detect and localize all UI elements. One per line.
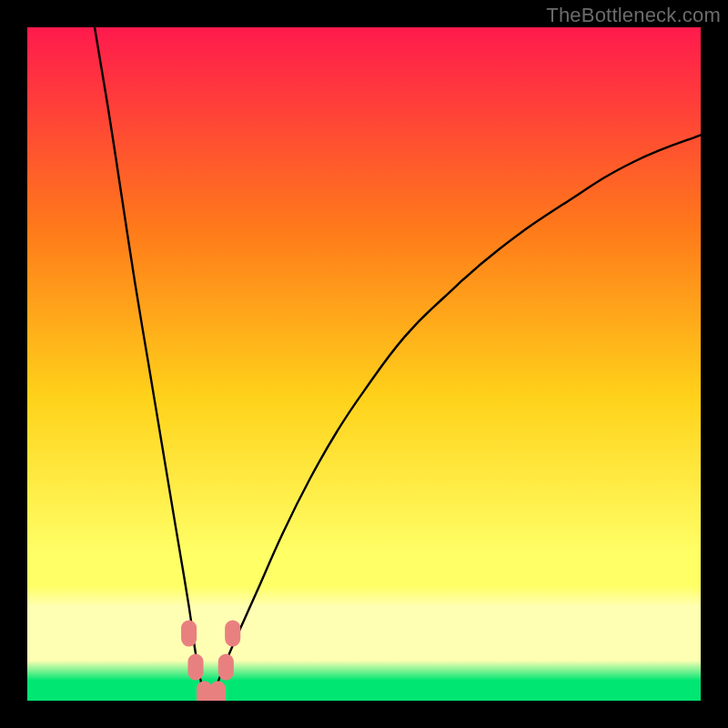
marker-right-lower [218,654,234,681]
chart-stage: TheBottleneck.com [0,0,728,728]
marker-left-upper [181,621,197,647]
watermark-text: TheBottleneck.com [546,4,721,27]
marker-bottom-left [197,681,212,701]
bottleneck-curve [95,27,701,701]
marker-bottom-right [210,681,226,701]
curve-layer [27,27,701,701]
plot-area [27,27,701,701]
marker-left-lower [187,654,203,681]
marker-group [181,621,240,701]
marker-right-upper [225,621,240,647]
